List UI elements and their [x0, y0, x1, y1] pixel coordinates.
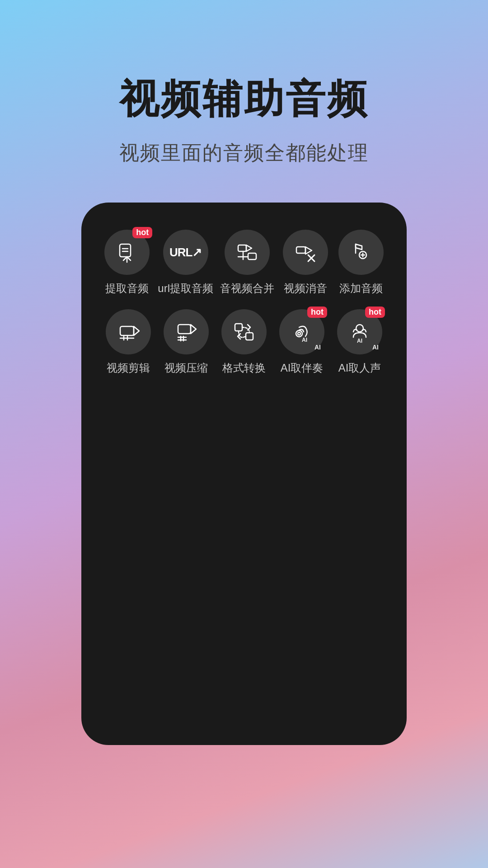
- svg-marker-17: [134, 326, 139, 335]
- svg-marker-22: [191, 325, 196, 334]
- ai-label-voice: AI: [372, 344, 379, 351]
- video-edit-icon: [106, 309, 151, 354]
- grid-row-1: hot 提取音频 URL↗ url提取音频: [104, 230, 384, 296]
- video-compress-label: 视频压缩: [164, 361, 208, 375]
- video-edit-item[interactable]: 视频剪辑: [104, 309, 153, 375]
- svg-rect-27: [235, 324, 242, 331]
- url-extract-audio-item[interactable]: URL↗ url提取音频: [160, 230, 212, 296]
- svg-marker-5: [246, 245, 252, 251]
- audio-video-merge-icon: [225, 230, 270, 275]
- svg-rect-21: [178, 325, 191, 334]
- video-edit-label: 视频剪辑: [107, 361, 150, 375]
- svg-point-30: [298, 332, 300, 335]
- ai-extract-voice-label: AI取人声: [338, 361, 381, 375]
- svg-rect-4: [238, 245, 246, 251]
- add-audio-item[interactable]: 添加音频: [338, 230, 384, 296]
- ai-extract-music-icon: hot AI AI: [279, 309, 324, 354]
- video-compress-item[interactable]: 视频压缩: [162, 309, 211, 375]
- svg-text:AI: AI: [357, 338, 362, 344]
- video-mute-item[interactable]: 视频消音: [282, 230, 329, 296]
- ai-extract-music-item[interactable]: hot AI AI AI取伴奏: [277, 309, 326, 375]
- ai-label-music: AI: [314, 344, 321, 351]
- add-audio-label: 添加音频: [339, 281, 383, 296]
- video-mute-icon: [283, 230, 328, 275]
- svg-rect-9: [296, 247, 305, 253]
- video-mute-label: 视频消音: [284, 281, 327, 296]
- format-convert-icon: [221, 309, 267, 354]
- audio-video-merge-item[interactable]: 音视频合并: [221, 230, 273, 296]
- svg-rect-6: [248, 253, 256, 259]
- hot-badge-ai-voice: hot: [365, 307, 385, 318]
- ai-extract-voice-item[interactable]: hot AI AI AI取人声: [335, 309, 384, 375]
- extract-audio-label: 提取音频: [105, 281, 149, 296]
- header-section: 视频辅助音频 视频里面的音频全都能处理: [0, 0, 488, 203]
- svg-text:AI: AI: [302, 337, 307, 343]
- grid-row-2: 视频剪辑 视频压缩: [104, 309, 384, 375]
- svg-point-29: [296, 330, 302, 337]
- phone-container: hot 提取音频 URL↗ url提取音频: [81, 203, 407, 745]
- main-title: 视频辅助音频: [119, 72, 369, 126]
- extract-audio-icon: hot: [104, 230, 150, 275]
- ai-extract-music-label: AI取伴奏: [281, 361, 324, 375]
- svg-rect-0: [120, 244, 131, 257]
- extract-audio-item[interactable]: hot 提取音频: [104, 230, 150, 296]
- hot-badge-ai-music: hot: [307, 307, 327, 318]
- format-convert-label: 格式转换: [222, 361, 266, 375]
- sub-title: 视频里面的音频全都能处理: [119, 140, 369, 166]
- format-convert-item[interactable]: 格式转换: [220, 309, 268, 375]
- svg-rect-28: [246, 333, 253, 340]
- ai-extract-voice-icon: hot AI AI: [337, 309, 382, 354]
- url-extract-audio-icon: URL↗: [163, 230, 208, 275]
- url-extract-audio-label: url提取音频: [158, 281, 213, 296]
- hot-badge-extract: hot: [132, 227, 152, 238]
- svg-rect-16: [120, 326, 134, 335]
- add-audio-icon: [338, 230, 384, 275]
- audio-video-merge-label: 音视频合并: [220, 281, 274, 296]
- video-compress-icon: [164, 309, 209, 354]
- svg-marker-10: [305, 247, 312, 254]
- svg-point-32: [356, 325, 363, 332]
